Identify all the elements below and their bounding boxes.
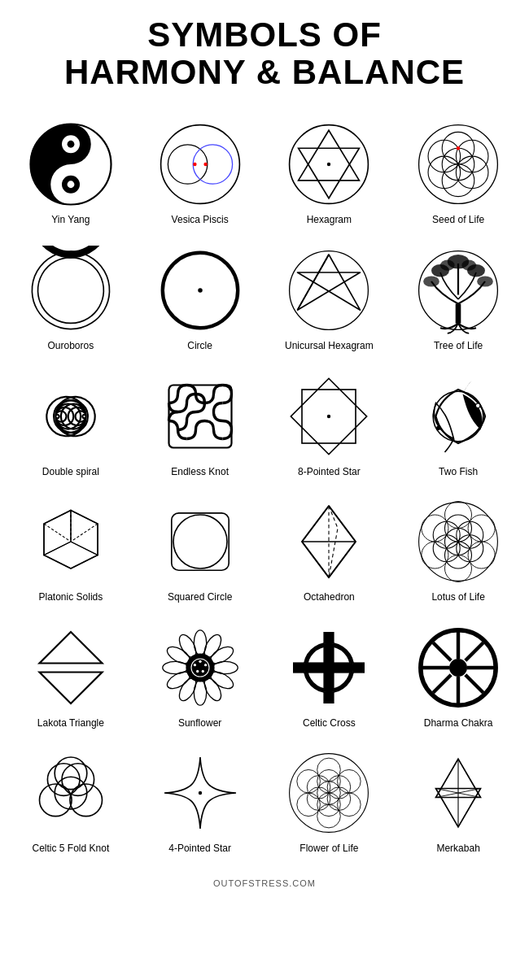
symbol-merkabah: Merkabah [396,744,521,862]
svg-point-10 [203,163,207,166]
celtic-5-fold-knot-label: Celtic 5 Fold Knot [33,843,110,856]
symbol-lakota-triangle: Lakota Triangle [8,619,133,737]
symbol-octahedron: Octahedron [267,493,392,611]
platonic-solids-image [26,497,116,586]
celtic-cross-label: Celtic Cross [303,717,356,730]
symbol-endless-knot: Endless Knot [138,368,263,486]
celtic-cross-image [284,623,374,712]
unicursal-hexagram-image [284,246,374,335]
svg-point-35 [440,260,455,271]
endless-knot-image [155,372,245,461]
svg-rect-51 [171,513,228,570]
symbol-lotus-of-life: Lotus of Life [396,493,521,611]
vesica-piscis-label: Vesica Piscis [172,214,229,227]
double-spiral-label: Double spiral [42,466,99,479]
two-fish-label: Two Fish [439,466,478,479]
svg-point-40 [327,414,330,417]
symbol-flower-of-life: Flower of Life [267,744,392,862]
celtic-5-fold-knot-image [26,748,116,838]
squared-circle-image [155,497,245,586]
yin-yang-image [26,120,116,209]
symbol-squared-circle: Squared Circle [138,493,263,611]
yin-yang-label: Yin Yang [51,214,90,227]
svg-line-50 [71,524,98,542]
sunflower-image [155,623,245,712]
svg-point-4 [67,181,74,189]
svg-line-104 [466,642,483,660]
vesica-piscis-image [155,120,245,209]
lakota-triangle-image [26,623,116,712]
svg-point-110 [47,764,80,796]
svg-point-111 [62,764,94,796]
double-spiral-image [26,372,116,461]
lotus-of-life-label: Lotus of Life [431,591,484,604]
svg-point-52 [173,515,227,568]
svg-rect-29 [456,303,461,323]
symbol-hexagram: Hexagram [267,115,392,233]
svg-point-26 [198,288,203,293]
ouroboros-label: Ouroboros [48,340,94,353]
symbol-celtic-5-fold-knot: Celtic 5 Fold Knot [8,744,133,862]
hexagram-label: Hexagram [307,214,352,227]
symbols-grid: Yin Yang Vesica Piscis Hexagram [8,115,521,862]
lotus-of-life-image [413,497,503,586]
8-pointed-star-image [284,372,374,461]
symbol-8-pointed-star: 8-Pointed Star [267,368,392,486]
svg-point-36 [462,260,477,271]
svg-line-135 [458,789,481,827]
4-pointed-star-label: 4-Pointed Star [168,843,231,856]
svg-marker-71 [39,672,102,703]
svg-line-133 [458,760,481,798]
8-pointed-star-label: 8-Pointed Star [298,466,361,479]
symbol-yin-yang: Yin Yang [8,115,133,233]
symbol-dharma-chakra: Dharma Chakra [396,619,521,737]
platonic-solids-label: Platonic Solids [39,591,103,604]
seed-of-life-image [413,120,503,209]
symbol-two-fish: Two Fish [396,368,521,486]
symbol-celtic-cross: Celtic Cross [267,619,392,737]
svg-marker-12 [299,131,360,181]
4-pointed-star-image [155,748,245,838]
svg-point-23 [457,146,460,150]
footer-text: OUTOFSTRESS.COM [213,878,316,888]
svg-point-9 [193,163,196,166]
seed-of-life-label: Seed of Life [432,214,484,227]
page-title: SYMBOLS OF HARMONY & BALANCE [64,16,465,91]
svg-point-27 [290,251,369,330]
svg-line-103 [466,675,483,693]
symbol-4-pointed-star: 4-Pointed Star [138,744,263,862]
svg-point-97 [449,659,467,677]
svg-line-105 [433,675,451,693]
svg-point-33 [423,276,439,286]
squared-circle-label: Squared Circle [168,591,232,604]
circle-image [155,246,245,335]
symbol-circle: Circle [138,242,263,359]
svg-line-49 [44,524,71,542]
svg-point-7 [168,145,207,184]
octahedron-image [284,497,374,586]
lakota-triangle-label: Lakota Triangle [37,717,104,730]
svg-point-88 [204,664,207,666]
svg-point-6 [160,125,239,204]
dharma-chakra-image [413,623,503,712]
symbol-seed-of-life: Seed of Life [396,115,521,233]
flower-of-life-label: Flower of Life [299,843,358,856]
symbol-ouroboros: Ouroboros [8,242,133,359]
symbol-tree-of-life: Tree of Life [396,242,521,359]
svg-point-87 [193,664,195,666]
hexagram-image [284,120,374,209]
sunflower-label: Sunflower [178,717,221,730]
symbol-platonic-solids: Platonic Solids [8,493,133,611]
svg-line-102 [433,642,451,660]
merkabah-label: Merkabah [436,843,479,856]
tree-of-life-image [413,246,503,335]
symbol-sunflower: Sunflower [138,619,263,737]
svg-marker-47 [44,542,98,568]
svg-marker-70 [39,632,102,664]
svg-marker-13 [299,149,360,199]
svg-rect-93 [293,662,365,673]
tree-of-life-label: Tree of Life [434,340,483,353]
circle-label: Circle [187,340,212,353]
svg-point-90 [201,670,203,673]
symbol-unicursal-hexagram: Unicursal Hexagram [267,242,392,359]
